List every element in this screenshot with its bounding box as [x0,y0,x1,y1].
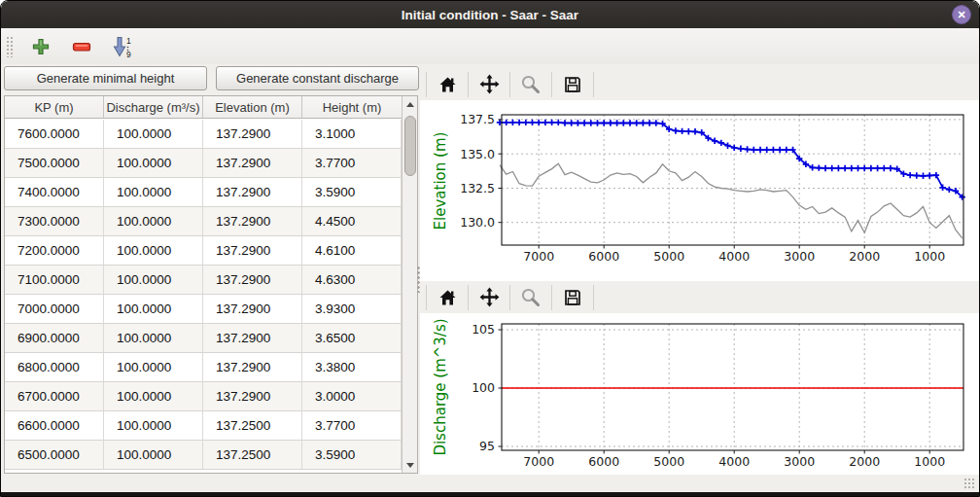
home-button[interactable] [433,284,462,311]
svg-text:3000: 3000 [784,454,815,469]
generate-button-row: Generate minimal height Generate constan… [4,66,419,90]
table-row: 6500.0000100.0000137.25003.5900 [5,441,402,470]
table-cell[interactable]: 6600.0000 [5,411,104,441]
scroll-down-icon [406,463,414,468]
titlebar[interactable]: Initial condition - Saar - Saar ✕ [1,1,979,28]
table-cell[interactable]: 3.9300 [302,295,402,324]
table-cell[interactable]: 137.2500 [203,411,302,441]
table-cell[interactable]: 4.6300 [302,266,402,295]
table-cell[interactable]: 3.6500 [302,324,402,353]
table-cell[interactable]: 100.0000 [104,207,203,236]
table-cell[interactable]: 7200.0000 [5,236,104,266]
table-cell[interactable]: 100.0000 [104,178,203,207]
plot-spines [502,324,963,450]
pan-button[interactable] [474,284,504,311]
table-cell[interactable]: 137.2900 [203,178,302,207]
elevation-chart[interactable]: 7000600050004000300020001000137.5135.013… [420,100,980,281]
table-cell[interactable]: 3.5900 [302,441,402,470]
table-cell[interactable]: 100.0000 [104,236,203,266]
table-cell[interactable]: 7500.0000 [5,149,104,178]
table-cell[interactable]: 137.2900 [203,382,302,411]
svg-text:3000: 3000 [784,249,815,264]
table-cell[interactable]: 6900.0000 [5,324,104,353]
table-cell[interactable]: 3.1000 [302,120,402,149]
table-cell[interactable]: 3.3800 [302,353,402,382]
scroll-up-button[interactable] [402,96,417,112]
table-cell[interactable]: 7400.0000 [5,178,104,207]
table-cell[interactable]: 100.0000 [104,295,203,324]
table-cell[interactable]: 100.0000 [104,324,203,353]
table-cell[interactable]: 7100.0000 [5,266,104,295]
save-button[interactable] [558,71,587,98]
sort-button[interactable]: 1 9 [110,34,135,59]
table-cell[interactable]: 7600.0000 [5,120,104,149]
gridlines [502,324,963,450]
elevation-figure[interactable]: 7000600050004000300020001000137.5135.013… [420,100,980,281]
separator [468,285,469,310]
toolbar-drag-handle-icon[interactable] [6,36,13,57]
resize-grip-icon[interactable] [963,478,976,490]
table-row: 6700.0000100.0000137.29003.0000 [5,382,402,411]
close-button[interactable]: ✕ [952,5,971,24]
table-cell[interactable]: 4.6100 [302,236,402,266]
table-cell[interactable]: 137.2900 [203,236,302,266]
svg-text:105: 105 [472,322,495,337]
table-cell[interactable]: 100.0000 [104,382,203,411]
table-cell[interactable]: 6800.0000 [5,353,104,382]
table-cell[interactable]: 6500.0000 [5,441,104,470]
table-cell[interactable]: 137.2900 [203,149,302,178]
remove-row-button[interactable] [69,34,94,59]
table-cell[interactable]: 137.2900 [203,353,302,382]
table-cell[interactable]: 100.0000 [104,353,203,382]
save-icon [563,288,582,307]
svg-text:7000: 7000 [523,454,554,469]
add-row-button[interactable] [28,34,53,59]
sort-1-to-9-icon: 1 9 [111,35,134,58]
table-cell[interactable]: 100.0000 [104,120,203,149]
table-row: 6600.0000100.0000137.25003.7700 [5,411,402,441]
table-cell[interactable]: 3.7700 [302,411,402,441]
save-button[interactable] [558,284,587,311]
table-cell[interactable]: 137.2900 [203,266,302,295]
table-cell[interactable]: 7000.0000 [5,295,104,324]
zoom-button[interactable] [516,284,545,311]
table-cell[interactable]: 137.2900 [203,324,302,353]
table-cell[interactable]: 3.0000 [302,382,402,411]
pan-button[interactable] [474,71,504,98]
table-row: 7300.0000100.0000137.29004.4500 [5,207,402,236]
svg-text:5000: 5000 [653,454,684,469]
table-cell[interactable]: 4.4500 [302,207,402,236]
table-body: 7600.0000100.0000137.29003.10007500.0000… [5,120,402,473]
table-cell[interactable]: 100.0000 [104,149,203,178]
scroll-down-button[interactable] [402,457,417,473]
table-scrollbar[interactable] [402,96,417,473]
table-cell[interactable]: 137.2900 [203,120,302,149]
generate-minimal-height-button[interactable]: Generate minimal height [4,66,207,90]
generate-constant-discharge-button[interactable]: Generate constant discharge [216,66,419,90]
svg-text:137.5: 137.5 [460,112,495,126]
table-cell[interactable]: 137.2500 [203,441,302,470]
scrollbar-thumb[interactable] [404,116,416,176]
table-cell[interactable]: 100.0000 [104,266,203,295]
table-cell[interactable]: 100.0000 [104,411,203,441]
table-cell[interactable]: 7300.0000 [5,207,104,236]
home-button[interactable] [433,71,462,98]
discharge-figure[interactable]: 700060005000400030002000100010510095 [420,313,980,475]
table-cell[interactable]: 137.2900 [203,295,302,324]
table-cell[interactable]: 3.5900 [302,178,402,207]
discharge-chart[interactable]: 700060005000400030002000100010510095 [420,313,980,475]
zoom-icon [520,74,542,95]
table-cell[interactable]: 3.7700 [302,149,402,178]
table-cell[interactable]: 100.0000 [104,441,203,470]
discharge-plot-toolbar [420,281,980,313]
table-cell[interactable]: 6700.0000 [5,382,104,411]
column-header: Elevation (m) [203,96,302,118]
zoom-button[interactable] [516,71,545,98]
svg-text:2000: 2000 [849,249,880,264]
home-icon [438,75,458,94]
column-header: Discharge (m³/s) [104,96,203,118]
scroll-up-icon [406,102,414,107]
svg-text:4000: 4000 [718,249,750,264]
pan-icon [478,73,501,95]
table-cell[interactable]: 137.2900 [203,207,302,236]
